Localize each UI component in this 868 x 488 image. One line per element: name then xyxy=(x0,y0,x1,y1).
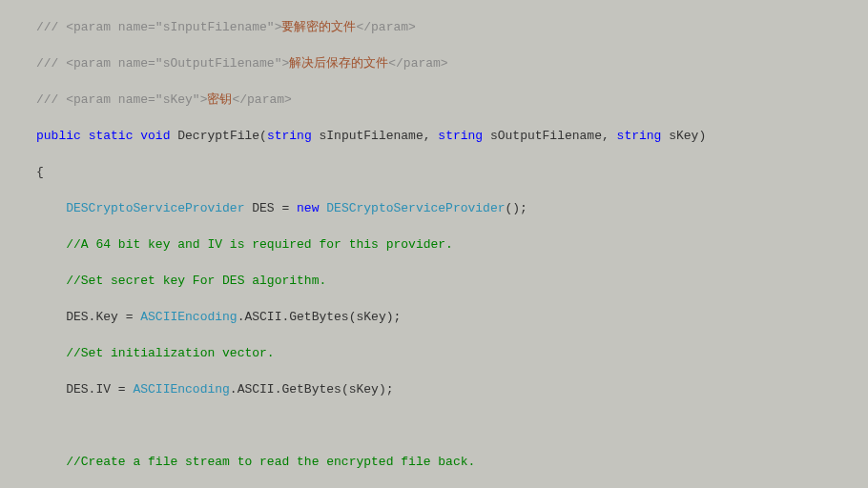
doc-tag-open: <param name="sOutputFilename"> xyxy=(66,56,289,71)
method-name: DecryptFile( xyxy=(170,129,266,143)
xml-doc-param2: /// <param name="sOutputFilename">解决后保存的… xyxy=(36,54,868,72)
kw-new: new xyxy=(297,201,319,215)
kw-public: public xyxy=(36,129,81,143)
comment-line: //Create a file stream to read the encry… xyxy=(36,453,868,471)
param: sKey) xyxy=(661,129,706,143)
comment: //Set secret key For DES algorithm. xyxy=(66,274,326,288)
kw-string: string xyxy=(617,129,662,143)
code-text: DES.Key = xyxy=(66,310,140,324)
doc-desc: 解决后保存的文件 xyxy=(289,56,388,71)
param: sInputFilename, xyxy=(312,129,439,143)
doc-prefix: /// xyxy=(36,92,66,107)
comment: //Set initialization vector. xyxy=(66,346,274,360)
code-line: DESCryptoServiceProvider DES = new DESCr… xyxy=(36,199,868,217)
code-line: DES.IV = ASCIIEncoding.ASCII.GetBytes(sK… xyxy=(36,380,868,398)
doc-tag-open: <param name="sKey"> xyxy=(66,92,207,107)
kw-string: string xyxy=(438,129,483,143)
comment-line: //Set initialization vector. xyxy=(36,344,868,362)
blank-line xyxy=(36,417,868,435)
type-name: DESCryptoServiceProvider xyxy=(326,201,505,215)
comment-line: //Set secret key For DES algorithm. xyxy=(36,272,868,290)
kw-void: void xyxy=(140,129,170,143)
type-name: ASCIIEncoding xyxy=(140,310,237,324)
type-name: DESCryptoServiceProvider xyxy=(66,201,244,215)
kw-static: static xyxy=(89,129,134,143)
doc-desc: 密钥 xyxy=(207,92,232,107)
doc-tag-open: <param name="sInputFilename"> xyxy=(66,20,281,34)
doc-prefix: /// xyxy=(36,56,66,71)
code-text: (); xyxy=(506,201,527,215)
type-name: ASCIIEncoding xyxy=(133,382,229,396)
xml-doc-param1: /// <param name="sInputFilename">要解密的文件<… xyxy=(36,18,868,36)
comment: //Create a file stream to read the encry… xyxy=(66,455,475,469)
comment-line: //A 64 bit key and IV is required for th… xyxy=(36,235,868,254)
xml-doc-param3: /// <param name="sKey">密钥</param> xyxy=(36,91,868,109)
code-editor[interactable]: /// <param name="sInputFilename">要解密的文件<… xyxy=(0,0,868,488)
doc-tag-close: </param> xyxy=(356,20,415,34)
comment: //A 64 bit key and IV is required for th… xyxy=(66,237,453,252)
doc-desc: 要解密的文件 xyxy=(281,20,356,34)
code-text: .ASCII.GetBytes(sKey); xyxy=(230,382,394,396)
kw-string: string xyxy=(267,129,312,143)
doc-tag-close: </param> xyxy=(232,92,291,107)
doc-prefix: /// xyxy=(36,20,66,34)
param: sOutputFilename, xyxy=(483,129,616,143)
code-text: DES = xyxy=(244,201,297,215)
method-signature: public static void DecryptFile(string sI… xyxy=(36,127,868,145)
code-text: DES.IV = xyxy=(66,382,133,396)
brace-open: { xyxy=(36,163,868,181)
code-text: .ASCII.GetBytes(sKey); xyxy=(238,310,402,324)
doc-tag-close: </param> xyxy=(388,56,447,71)
code-line: DES.Key = ASCIIEncoding.ASCII.GetBytes(s… xyxy=(36,308,868,326)
